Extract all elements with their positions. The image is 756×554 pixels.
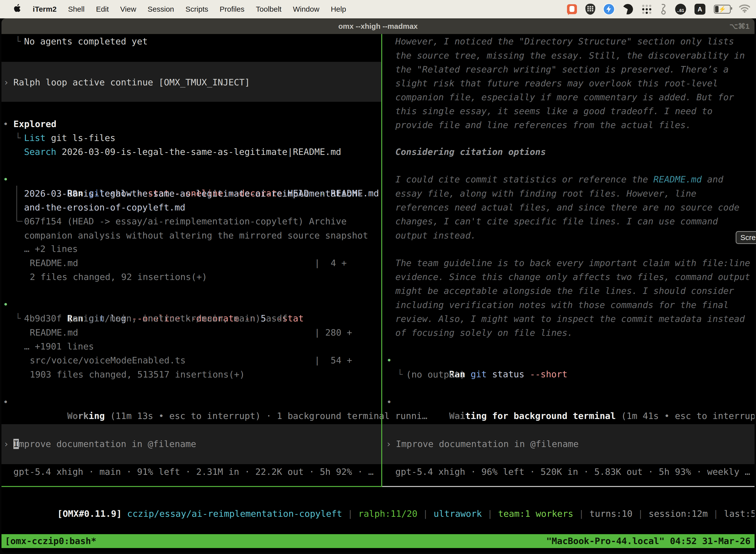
- apple-logo-icon[interactable]: [14, 4, 21, 15]
- keyboard-layout-icon[interactable]: A: [694, 4, 705, 15]
- reasoning-p2-line: I could cite commit statistics or refere…: [1, 172, 755, 186]
- omx-status-bar: [OMX#0.11.9] cczip/essay/ai-reimplementa…: [1, 493, 755, 507]
- team-workers: team:1 workers: [498, 509, 573, 519]
- window-shortcut-badge: ⌥⌘1: [730, 18, 750, 34]
- menu-status-icons: ..61 A ⚡: [567, 3, 756, 15]
- ran-git-status-command: • Ran git status --short: [1, 353, 755, 367]
- menu-item-help[interactable]: Help: [331, 5, 346, 13]
- last-activity: last:5m ago: [724, 509, 755, 519]
- reasoning-p1-line: the source tree, missing the essay. Stil…: [1, 49, 755, 63]
- reasoning-p2-line: changes, I can't cite specific file line…: [1, 214, 755, 228]
- menu-item-window[interactable]: Window: [293, 5, 319, 13]
- wifi-icon[interactable]: [739, 4, 750, 14]
- waiting-status-line: • Waiting for background terminal (1m 41…: [1, 395, 755, 409]
- pane-divider[interactable]: [381, 34, 382, 487]
- menu-item-iterm2[interactable]: iTerm2: [33, 5, 57, 13]
- bullet-icon: •: [386, 395, 392, 409]
- battery-fill: [715, 6, 718, 12]
- reasoning-p3-line: review. Also, I might want to inspect th…: [1, 312, 755, 326]
- window-title: omx --xhigh --madmax: [1, 18, 755, 34]
- screen-recording-icon[interactable]: [567, 4, 577, 14]
- menu-item-session[interactable]: Session: [147, 5, 174, 13]
- git-log-more-lines: … +1901 lines: [1, 340, 755, 353]
- reasoning-p1-line: this single essay, it seems like a good …: [1, 104, 755, 118]
- reasoning-p1-line: However, I noticed the "Directory Struct…: [1, 35, 755, 48]
- bullet-icon: •: [386, 353, 392, 367]
- screen-share-label: Scre: [740, 233, 756, 242]
- privacy-shield-icon[interactable]: [585, 4, 595, 15]
- reasoning-p1-line: companion file, especially if more comme…: [1, 90, 755, 104]
- menu-item-profiles[interactable]: Profiles: [219, 5, 244, 13]
- ralph-counter: ralph:11/20: [359, 509, 418, 519]
- battery-bolt-icon: ⚡: [718, 6, 726, 13]
- loop-icon[interactable]: [623, 4, 633, 14]
- tmux-host-clock: "MacBook-Pro-44.local" 04:52 31-Mar-26: [546, 534, 751, 548]
- pane-border-bottom-left: [1, 486, 382, 487]
- messages-badge-icon[interactable]: [604, 4, 614, 14]
- reasoning-p2-line: references need actual files, and since …: [1, 201, 755, 214]
- prompt-chevron-icon: ›: [386, 437, 391, 451]
- menu-item-view[interactable]: View: [120, 5, 136, 13]
- git-status-output: └(no output): [1, 368, 755, 382]
- reasoning-p3-line: including verification notes with those …: [1, 298, 755, 312]
- readme-link[interactable]: README.md: [653, 174, 702, 184]
- omx-version: [OMX#0.11.9]: [57, 509, 122, 519]
- session-duration: session:12m: [649, 509, 708, 519]
- spaces-grid-icon[interactable]: [641, 4, 652, 14]
- prompt-line-right[interactable]: › Improve documentation in @filename: [1, 437, 755, 451]
- pane-border-bottom-right: [382, 486, 755, 487]
- reasoning-p1-line: slight risk that future readers may over…: [1, 76, 755, 90]
- screen-share-button[interactable]: Scre: [736, 231, 756, 244]
- menu-item-scripts[interactable]: Scripts: [186, 5, 208, 13]
- menu-item-toolbelt[interactable]: Toolbelt: [256, 5, 281, 13]
- tmux-session-name[interactable]: [omx-cczip0:bash*: [5, 534, 96, 548]
- reasoning-p3-line: The team guideline is to back every impo…: [1, 256, 755, 270]
- turns-counter: turns:10: [589, 509, 632, 519]
- reasoning-p3-line: evidence. Since this change only affects…: [1, 270, 755, 284]
- menu-item-edit[interactable]: Edit: [96, 5, 109, 13]
- iterm-window: omx --xhigh --madmax ⌥⌘1 └No agents comp…: [1, 18, 755, 553]
- menu-item-shell[interactable]: Shell: [68, 5, 84, 13]
- reasoning-p3-line: of focusing solely on file lines.: [1, 326, 755, 340]
- git-show-more-lines: … +2 lines: [1, 242, 755, 256]
- reasoning-p2-line: output instead.: [1, 229, 755, 242]
- reasoning-p2-line: essay file, along with finding root file…: [1, 187, 755, 201]
- reasoning-p1-line: provide file and line references from th…: [1, 118, 755, 132]
- macos-menu-bar: iTerm2 Shell Edit View Session Scripts P…: [0, 0, 756, 18]
- timer-icon[interactable]: ..61: [675, 4, 686, 15]
- battery-icon[interactable]: ⚡: [714, 5, 731, 14]
- explored-list-line: └List git ls-files: [1, 131, 755, 145]
- menu-left: iTerm2 Shell Edit View Session Scripts P…: [0, 4, 346, 15]
- ultrawork-badge: ultrawork: [434, 509, 482, 519]
- utility-hook-icon[interactable]: [660, 3, 667, 15]
- reasoning-p1-line: the "Related research writing" section i…: [1, 63, 755, 76]
- tmux-status-bar: [omx-cczip0:bash* "MacBook-Pro-44.local"…: [1, 534, 755, 548]
- screen: iTerm2 Shell Edit View Session Scripts P…: [0, 0, 756, 554]
- reasoning-heading: Considering citation options: [1, 145, 755, 159]
- omx-branch-path: cczip/essay/ai-reimplementation-copyleft: [122, 509, 342, 519]
- reasoning-p3-line: might be acceptable alongside the file l…: [1, 284, 755, 298]
- session-statusline-right: gpt-5.4 xhigh · 96% left · 520K in · 5.8…: [1, 465, 755, 479]
